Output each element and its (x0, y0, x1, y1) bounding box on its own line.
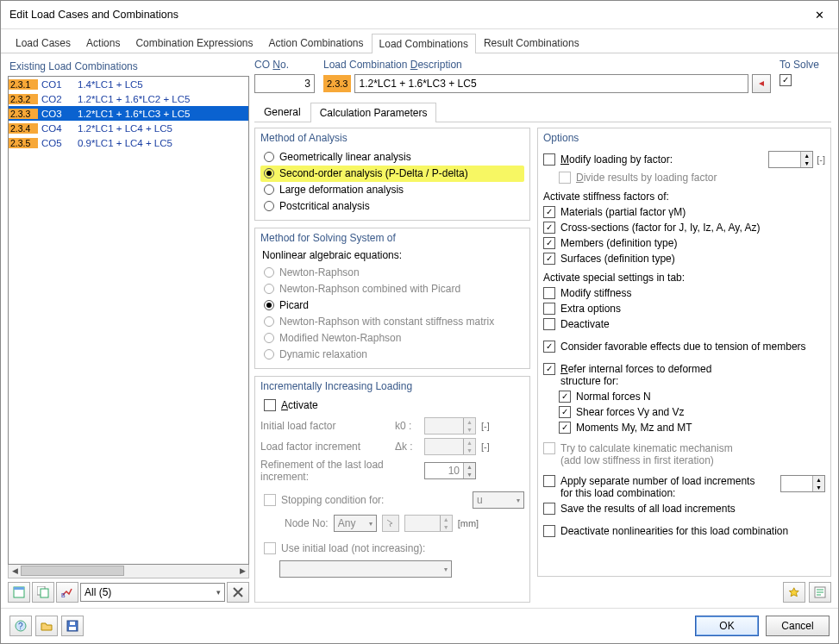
config-button[interactable]: B (56, 582, 78, 603)
incremental-header: Incrementally Increasing Loading (260, 380, 524, 392)
solver-radio[interactable]: Picard (260, 297, 524, 314)
node-value-spinner: ▲▼ (404, 515, 453, 532)
filter-combo[interactable]: All (5) ▾ (80, 583, 225, 602)
delete-button[interactable] (227, 582, 249, 603)
applysep-label: Apply separate number of load increments… (560, 475, 754, 499)
save-button[interactable] (61, 616, 84, 636)
scroll-left-icon[interactable]: ◀ (9, 565, 21, 577)
svg-text:?: ? (18, 622, 23, 631)
analysis-radio[interactable]: Geometrically linear analysis (260, 149, 524, 166)
applysep-checkbox[interactable] (543, 475, 555, 487)
node-pick-button (382, 515, 399, 532)
stiffness-factor-item[interactable]: ✓Members (definition type) (543, 235, 825, 251)
tosolve-checkbox[interactable]: ✓ (780, 74, 792, 86)
load-combination-list[interactable]: 2.3.1CO11.4*LC1 + LC52.3.2CO21.2*LC1 + 1… (8, 76, 249, 565)
sub-tab-general[interactable]: General (254, 102, 310, 122)
stiffness-factor-item[interactable]: ✓Cross-sections (factor for J, Iy, Iz, A… (543, 220, 825, 235)
solver-radio: Modified Newton-Raphson (260, 330, 524, 347)
modify-loading-spinner[interactable]: ▲▼ (768, 151, 813, 168)
stiffness-factor-item[interactable]: ✓Surfaces (definition type) (543, 251, 825, 266)
sub-tab-calculation-parameters[interactable]: Calculation Parameters (310, 103, 437, 122)
solver-radio: Newton-Raphson with constant stiffness m… (260, 314, 524, 330)
applysep-spinner[interactable]: ▲▼ (780, 475, 825, 492)
window-title: Edit Load Cases and Combinations (9, 9, 178, 21)
dk-symbol: Δk : (395, 441, 419, 453)
asf-label: Activate stiffness factors of: (543, 191, 825, 203)
filter-combo-value: All (5) (85, 586, 111, 598)
special-setting-item[interactable]: Modify stiffness (543, 285, 825, 301)
lcd-input[interactable]: 1.2*LC1 + 1.6*LC3 + LC5 (354, 74, 748, 93)
method-solve-header: Method for Solving System of (260, 232, 524, 244)
options-section: Options Modify loading by factor: ▲▼ [-]… (537, 128, 831, 577)
special-setting-item[interactable]: Deactivate (543, 316, 825, 332)
method-solve-subheader: Nonlinear algebraic equations: (260, 249, 524, 265)
lcd-pick-button[interactable] (752, 74, 771, 93)
stopping-label: Stopping condition for: (281, 494, 384, 506)
modify-loading-label: Modify loading by factor: (560, 153, 673, 166)
consider-checkbox[interactable]: ✓ (543, 341, 555, 353)
main-tab-load-combinations[interactable]: Load Combinations (372, 34, 476, 53)
main-tab-strip: Load CasesActionsCombination Expressions… (1, 29, 838, 53)
saveall-label: Save the results of all load increments (560, 503, 736, 515)
main-tab-combination-expressions[interactable]: Combination Expressions (128, 33, 260, 53)
refer-force-item[interactable]: ✓Moments My, Mz and MT (559, 420, 825, 435)
list-item[interactable]: 2.3.5CO50.9*LC1 + LC4 + LC5 (9, 135, 248, 150)
useinit-checkbox (264, 542, 276, 554)
activate-checkbox[interactable] (264, 399, 276, 411)
open-button[interactable] (35, 616, 58, 636)
list-item[interactable]: 2.3.2CO21.2*LC1 + 1.6*LC2 + LC5 (9, 91, 248, 106)
main-tab-actions[interactable]: Actions (78, 33, 128, 53)
refer-label: Refer internal forces to deformed struct… (560, 363, 711, 387)
refine-spinner[interactable]: 10▲▼ (424, 462, 476, 479)
help-button[interactable]: ? (9, 616, 32, 636)
analysis-radio[interactable]: Second-order analysis (P-Delta / P-delta… (260, 166, 524, 182)
main-tab-load-cases[interactable]: Load Cases (8, 33, 78, 53)
refer-checkbox[interactable]: ✓ (543, 363, 555, 375)
analysis-radio[interactable]: Large deformation analysis (260, 182, 524, 198)
modify-loading-checkbox[interactable] (543, 153, 555, 166)
try-label: Try to calculate kinematic mechanism (ad… (560, 442, 733, 466)
node-combo: Any▾ (334, 515, 377, 532)
sub-tab-strip: GeneralCalculation Parameters (254, 102, 831, 122)
stopping-checkbox (264, 494, 276, 506)
list-hscrollbar[interactable]: ◀ ▶ (8, 565, 249, 578)
existing-lc-label: Existing Load Combinations (8, 59, 249, 76)
list-item[interactable]: 2.3.1CO11.4*LC1 + LC5 (9, 77, 248, 91)
lcd-label: Load Combination Description (323, 59, 771, 74)
initial-load-label: Initial load factor (260, 420, 390, 432)
initial-load-spinner: ▲▼ (424, 417, 476, 435)
node-no-label: Node No: (285, 517, 329, 529)
main-tab-action-combinations[interactable]: Action Combinations (260, 33, 371, 53)
load-incr-spinner: ▲▼ (424, 438, 476, 455)
new-button[interactable] (8, 582, 30, 603)
refer-force-item[interactable]: ✓Normal forces N (559, 389, 825, 404)
main-tab-result-combinations[interactable]: Result Combinations (476, 33, 587, 53)
load-incr-label: Load factor increment (260, 441, 390, 453)
tosolve-label: To Solve (780, 59, 831, 74)
close-button[interactable]: ✕ (807, 6, 831, 23)
method-analysis-header: Method of Analysis (260, 132, 524, 144)
incremental-section: Incrementally Increasing Loading Activat… (254, 376, 530, 603)
activate-label: Activate (281, 399, 318, 411)
saveall-checkbox[interactable] (543, 503, 555, 515)
cono-input[interactable]: 3 (254, 74, 315, 93)
cono-label: CO No. (254, 59, 315, 74)
analysis-radio[interactable]: Postcritical analysis (260, 198, 524, 215)
refer-force-item[interactable]: ✓Shear forces Vy and Vz (559, 404, 825, 420)
copy-button[interactable] (32, 582, 54, 603)
method-solve-section: Method for Solving System of Nonlinear a… (254, 228, 530, 369)
details-button[interactable] (809, 582, 831, 603)
deactnl-checkbox[interactable] (543, 525, 555, 537)
svg-rect-9 (69, 627, 76, 630)
scroll-thumb[interactable] (21, 566, 124, 576)
deactnl-label: Deactivate nonlinearities for this load … (560, 525, 788, 537)
list-item[interactable]: 2.3.3CO31.2*LC1 + 1.6*LC3 + LC5 (9, 106, 248, 121)
stiffness-factor-item[interactable]: ✓Materials (partial factor γM) (543, 204, 825, 220)
cancel-button[interactable]: Cancel (766, 616, 830, 636)
special-setting-item[interactable]: Extra options (543, 301, 825, 316)
default-params-button[interactable] (783, 582, 805, 603)
titlebar: Edit Load Cases and Combinations ✕ (1, 1, 838, 29)
ok-button[interactable]: OK (695, 616, 759, 636)
list-item[interactable]: 2.3.4CO41.2*LC1 + LC4 + LC5 (9, 121, 248, 135)
scroll-right-icon[interactable]: ▶ (236, 565, 248, 577)
